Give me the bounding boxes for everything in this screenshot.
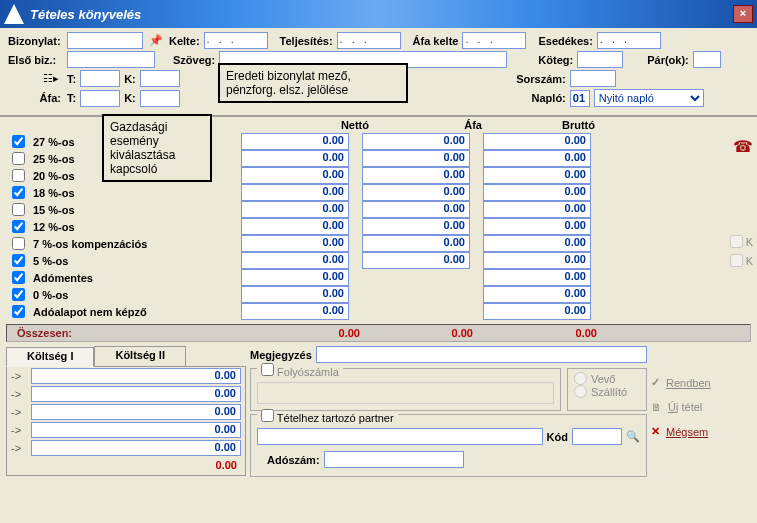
tax-brutto[interactable]: 0.00 [483,269,591,286]
afa-kelte-input[interactable]: . . . [462,32,526,49]
partner-checkbox[interactable] [261,409,274,422]
koltseg-value[interactable]: 0.00 [31,422,241,438]
teljesites-input[interactable]: . . . [337,32,401,49]
close-icon[interactable]: × [733,5,753,23]
afa-k-input[interactable] [140,90,180,107]
label-afa: Áfa: [8,92,63,104]
titlebar: Tételes könyvelés × [0,0,757,28]
total-afa: 0.00 [366,327,479,339]
lookup-icon[interactable]: 🔍 [626,430,640,443]
tax-netto[interactable]: 0.00 [241,286,349,303]
k-side-2[interactable]: K [730,254,753,267]
tax-netto[interactable]: 0.00 [241,235,349,252]
bizonylat-input[interactable] [67,32,143,49]
tax-netto[interactable]: 0.00 [241,150,349,167]
partner-fieldset: Tételhez tartozó partner Kód 🔍 Adószám: [250,414,647,477]
tab-koltseg2[interactable]: Költség II [94,346,186,366]
kelte-input[interactable]: . . . [204,32,268,49]
tax-checkbox[interactable] [12,169,25,182]
tax-row: 12 %-os0.000.000.00 [6,218,751,235]
tax-brutto[interactable]: 0.00 [483,286,591,303]
tax-netto[interactable]: 0.00 [241,201,349,218]
tax-checkbox[interactable] [12,152,25,165]
koltseg-value[interactable]: 0.00 [31,404,241,420]
radio-szallito[interactable] [574,385,587,398]
koltseg-arrow[interactable]: -> [11,442,31,454]
tax-checkbox[interactable] [12,220,25,233]
tax-afa[interactable]: 0.00 [362,218,470,235]
koltseg-arrow[interactable]: -> [11,424,31,436]
k-side-1[interactable]: K [730,235,753,248]
tax-checkbox[interactable] [12,254,25,267]
tax-netto[interactable]: 0.00 [241,167,349,184]
total-netto: 0.00 [253,327,366,339]
btn-uj-tetel[interactable]: Új tétel [651,401,702,413]
btn-megsem[interactable]: Mégsem [651,425,708,438]
tax-netto[interactable]: 0.00 [241,184,349,201]
tax-checkbox[interactable] [12,135,25,148]
tax-brutto[interactable]: 0.00 [483,235,591,252]
tax-afa[interactable]: 0.00 [362,133,470,150]
tax-netto[interactable]: 0.00 [241,133,349,150]
tab-koltseg1[interactable]: Költség I [6,347,94,367]
tax-afa[interactable]: 0.00 [362,150,470,167]
t1-input[interactable] [80,70,120,87]
naplo-select[interactable]: Nyitó napló [594,89,704,107]
tax-brutto[interactable]: 0.00 [483,150,591,167]
tax-brutto[interactable]: 0.00 [483,201,591,218]
koltseg-value[interactable]: 0.00 [31,368,241,384]
tax-checkbox[interactable] [12,186,25,199]
koltseg-value[interactable]: 0.00 [31,440,241,456]
tax-afa[interactable]: 0.00 [362,235,470,252]
tax-checkbox[interactable] [12,271,25,284]
naplo-code[interactable] [570,90,590,107]
partner-name-input[interactable] [257,428,543,445]
tax-brutto[interactable]: 0.00 [483,133,591,150]
esedekes-input[interactable]: . . . [597,32,661,49]
tax-afa[interactable]: 0.00 [362,201,470,218]
elso-biz-input[interactable] [67,51,155,68]
tax-netto[interactable]: 0.00 [241,269,349,286]
tax-afa[interactable]: 0.00 [362,167,470,184]
btn-rendben[interactable]: Rendben [651,376,711,389]
megjegyzes-input[interactable] [316,346,647,363]
koltseg-value[interactable]: 0.00 [31,386,241,402]
tax-brutto[interactable]: 0.00 [483,167,591,184]
tax-checkbox[interactable] [12,288,25,301]
tax-brutto[interactable]: 0.00 [483,252,591,269]
k1-input[interactable] [140,70,180,87]
tax-checkbox[interactable] [12,305,25,318]
radio-vevo[interactable] [574,372,587,385]
tax-row: 15 %-os0.000.000.00 [6,201,751,218]
window-title: Tételes könyvelés [30,7,733,22]
parok-input[interactable] [693,51,721,68]
adoszam-input[interactable] [324,451,464,468]
folyoszamla-input [257,382,554,404]
tax-brutto[interactable]: 0.00 [483,303,591,320]
pin-icon[interactable]: 📌 [149,34,163,47]
partner-kod-input[interactable] [572,428,622,445]
total-brutto: 0.00 [479,327,603,339]
tax-checkbox[interactable] [12,203,25,216]
label-elso-biz: Első biz.: [8,54,63,66]
tax-netto[interactable]: 0.00 [241,252,349,269]
koltseg-arrow[interactable]: -> [11,388,31,400]
tax-label: 0 %-os [33,289,173,301]
koltseg-arrow[interactable]: -> [11,406,31,418]
tax-netto[interactable]: 0.00 [241,303,349,320]
afa-t-input[interactable] [80,90,120,107]
tree-icon[interactable]: ☷▸ [8,72,63,85]
label-kelte: Kelte: [169,35,200,47]
folyoszamla-checkbox[interactable] [261,363,274,376]
tax-afa[interactable]: 0.00 [362,252,470,269]
koteg-input[interactable] [577,51,623,68]
phone-icon[interactable]: ☎ [733,137,753,156]
tax-brutto[interactable]: 0.00 [483,184,591,201]
tax-checkbox[interactable] [12,237,25,250]
koltseg-arrow[interactable]: -> [11,370,31,382]
tax-label: Adóalapot nem képző [33,306,173,318]
tax-brutto[interactable]: 0.00 [483,218,591,235]
tax-afa[interactable]: 0.00 [362,184,470,201]
tax-netto[interactable]: 0.00 [241,218,349,235]
sorszam-input[interactable] [570,70,616,87]
